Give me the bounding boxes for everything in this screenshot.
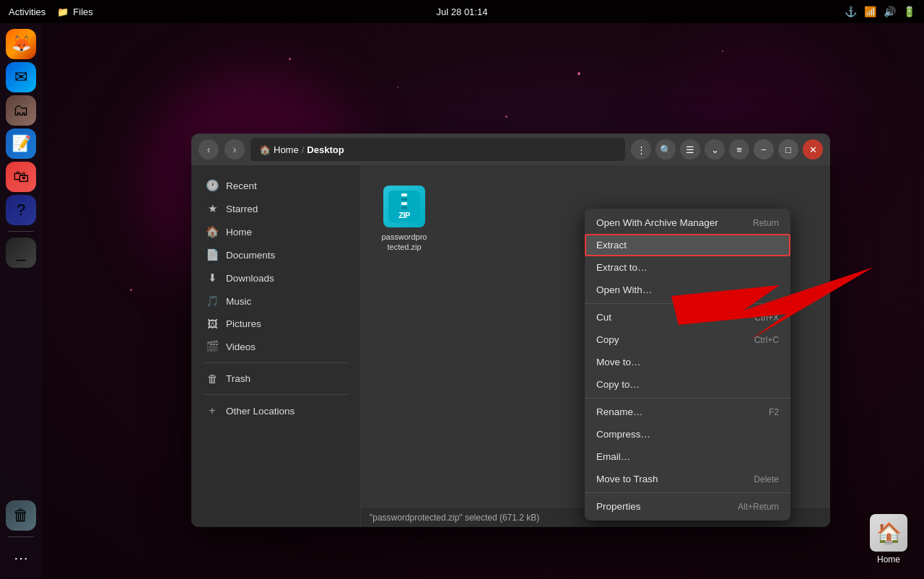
file-item-zip[interactable]: ZIP passwordprotected.zip — [375, 180, 433, 258]
dock-thunderbird[interactable]: ✉ — [6, 62, 36, 92]
sidebar-item-trash[interactable]: 🗑 Trash — [191, 367, 360, 390]
sidebar: 🕐 Recent ★ Starred 🏠 Home 📄 Documents ⬇ — [191, 165, 361, 527]
ctx-extract-to[interactable]: Extract to… — [585, 256, 790, 279]
sidebar-label-other-locations: Other Locations — [226, 406, 295, 417]
sidebar-item-starred[interactable]: ★ Starred — [191, 197, 360, 220]
titlebar-actions: ⋮ 🔍 ☰ ⌄ ≡ − □ ✕ — [631, 139, 823, 160]
ctx-copy-to-label: Copy to… — [596, 379, 640, 390]
dock-apps[interactable]: ⋯ — [6, 543, 36, 573]
minimize-button[interactable]: − — [754, 139, 774, 160]
sidebar-item-pictures[interactable]: 🖼 Pictures — [191, 313, 360, 335]
dock-firefox[interactable]: 🦊 — [6, 29, 36, 59]
breadcrumb-home[interactable]: Home — [274, 144, 299, 155]
ctx-rename-shortcut: F2 — [769, 407, 779, 417]
ctx-rename[interactable]: Rename… F2 — [585, 401, 790, 423]
ctx-open-with-archive[interactable]: Open With Archive Manager Return — [585, 212, 790, 234]
network-icon[interactable]: 📶 — [864, 6, 876, 17]
ctx-cut[interactable]: Cut Ctrl+X — [585, 306, 790, 328]
svg-rect-1 — [401, 193, 407, 196]
zip-icon-svg: ZIP — [388, 191, 420, 222]
sidebar-item-documents[interactable]: 📄 Documents — [191, 243, 360, 266]
sidebar-label-starred: Starred — [226, 204, 258, 214]
downloads-icon: ⬇ — [206, 271, 219, 284]
zip-file-icon: ZIP — [383, 186, 425, 227]
breadcrumb-current[interactable]: Desktop — [307, 144, 344, 155]
ctx-open-with[interactable]: Open With… — [585, 279, 790, 301]
ctx-extract-to-label: Extract to… — [596, 262, 648, 273]
home-icon: 🏠 — [206, 225, 219, 238]
ctx-compress[interactable]: Compress… — [585, 423, 790, 445]
sidebar-separator-2 — [203, 394, 349, 395]
close-button[interactable]: ✕ — [803, 139, 823, 160]
dock-help[interactable]: ? — [6, 195, 36, 225]
sidebar-separator — [203, 362, 349, 363]
dock-terminal[interactable]: _ — [6, 238, 36, 268]
file-content: ZIP passwordprotected.zip "passwordprote… — [361, 165, 830, 527]
ctx-separator-3 — [585, 492, 790, 493]
documents-icon: 📄 — [206, 248, 219, 261]
search-button[interactable]: 🔍 — [655, 139, 676, 160]
statusbar-text: "passwordprotected.zip" selected (671.2 … — [370, 513, 539, 523]
sidebar-item-recent[interactable]: 🕐 Recent — [191, 174, 360, 197]
pictures-icon: 🖼 — [206, 318, 219, 330]
desktop-home-icon[interactable]: 🏠 Home — [864, 514, 913, 565]
sidebar-item-music[interactable]: 🎵 Music — [191, 290, 360, 313]
dock-appstore[interactable]: 🛍 — [6, 162, 36, 192]
ctx-email[interactable]: Email… — [585, 445, 790, 468]
sidebar-label-music: Music — [226, 296, 251, 307]
ctx-copy[interactable]: Copy Ctrl+C — [585, 328, 790, 351]
maximize-button[interactable]: □ — [778, 139, 798, 160]
sidebar-label-documents: Documents — [226, 250, 275, 261]
ctx-email-label: Email… — [596, 451, 630, 462]
back-button[interactable]: ‹ — [199, 139, 219, 160]
svg-rect-4 — [401, 206, 407, 209]
titlebar: ‹ › 🏠 Home / Desktop ⋮ 🔍 ☰ ⌄ ≡ − □ ✕ — [191, 134, 830, 165]
dock-files[interactable]: 🗂 — [6, 95, 36, 126]
sidebar-item-other-locations[interactable]: + Other Locations — [191, 399, 360, 422]
ctx-copy-to[interactable]: Copy to… — [585, 373, 790, 396]
accessibility-icon[interactable]: ⚓ — [845, 6, 857, 17]
ctx-copy-shortcut: Ctrl+C — [754, 335, 779, 345]
sound-icon[interactable]: 🔊 — [884, 6, 896, 17]
view-button[interactable]: ☰ — [680, 139, 700, 160]
view-toggle-button[interactable]: ⌄ — [705, 139, 725, 160]
ctx-move-to[interactable]: Move to… — [585, 351, 790, 373]
ctx-move-to-trash[interactable]: Move to Trash Delete — [585, 468, 790, 490]
svg-text:ZIP: ZIP — [398, 211, 410, 219]
topbar-clock: Jul 28 01:14 — [437, 6, 488, 17]
home-breadcrumb-icon: 🏠 — [259, 144, 271, 155]
dock-separator — [8, 231, 34, 232]
dock: 🦊 ✉ 🗂 📝 🛍 ? _ 🗑 ⋯ — [0, 23, 42, 579]
ctx-move-to-trash-shortcut: Delete — [754, 474, 779, 484]
ctx-move-to-label: Move to… — [596, 357, 641, 367]
ctx-copy-label: Copy — [596, 334, 619, 345]
videos-icon: 🎬 — [206, 340, 219, 353]
folder-icon: 📁 — [57, 6, 69, 17]
sidebar-item-videos[interactable]: 🎬 Videos — [191, 335, 360, 358]
ctx-open-archive-shortcut: Return — [753, 218, 779, 228]
battery-icon[interactable]: 🔋 — [903, 6, 915, 17]
menu-button[interactable]: ⋮ — [631, 139, 651, 160]
ctx-move-to-trash-label: Move to Trash — [596, 474, 658, 484]
sidebar-label-pictures: Pictures — [226, 318, 261, 329]
sidebar-item-downloads[interactable]: ⬇ Downloads — [191, 266, 360, 290]
dock-trash[interactable]: 🗑 — [6, 500, 36, 531]
breadcrumb: 🏠 Home / Desktop — [250, 138, 625, 161]
file-manager-body: 🕐 Recent ★ Starred 🏠 Home 📄 Documents ⬇ — [191, 165, 830, 527]
desktop: Activities 📁 Files Jul 28 01:14 ⚓ 📶 🔊 🔋 … — [0, 0, 924, 579]
ctx-cut-label: Cut — [596, 312, 611, 323]
breadcrumb-separator: / — [302, 144, 305, 155]
sidebar-label-videos: Videos — [226, 341, 256, 352]
forward-button[interactable]: › — [225, 139, 245, 160]
ctx-extract[interactable]: Extract — [585, 234, 790, 256]
ctx-open-with-label: Open With… — [596, 284, 652, 295]
ctx-properties[interactable]: Properties Alt+Return — [585, 495, 790, 518]
trash-icon: 🗑 — [206, 373, 219, 385]
ctx-extract-label: Extract — [596, 240, 627, 251]
sidebar-item-home[interactable]: 🏠 Home — [191, 220, 360, 243]
file-manager-window: ‹ › 🏠 Home / Desktop ⋮ 🔍 ☰ ⌄ ≡ − □ ✕ — [191, 134, 830, 527]
dock-writer[interactable]: 📝 — [6, 129, 36, 159]
activities-button[interactable]: Activities — [9, 6, 45, 17]
starred-icon: ★ — [206, 202, 219, 215]
more-button[interactable]: ≡ — [729, 139, 749, 160]
